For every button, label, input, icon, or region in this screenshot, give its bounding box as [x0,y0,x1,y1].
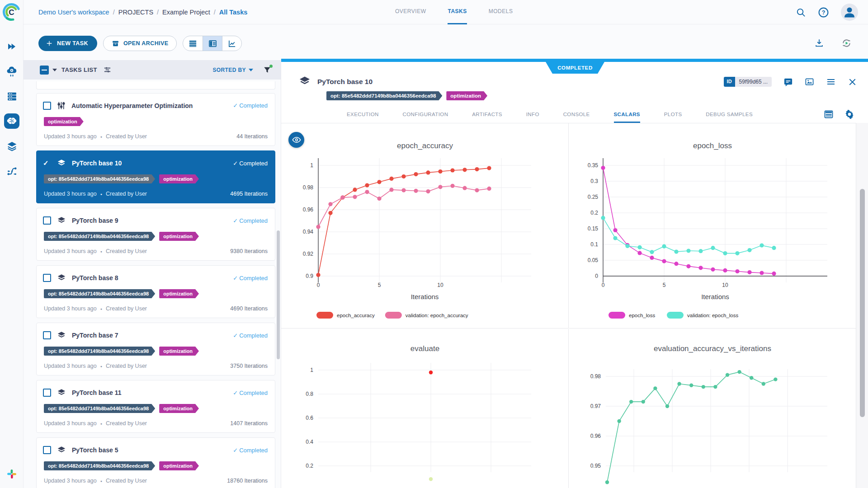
sidebar-item-apps-icon[interactable] [4,64,19,79]
detail-tab-configuration[interactable]: CONFIGURATION [403,108,448,123]
legend-item[interactable]: validation: epoch_accuracy [385,312,468,319]
sliders-icon [57,101,66,110]
sorted-by-dropdown[interactable]: SORTED BY [212,67,253,73]
svg-text:0.97: 0.97 [590,403,601,409]
task-tag[interactable]: optimization [159,404,199,413]
legend-item[interactable]: validation: epoch_loss [667,312,738,319]
detail-tab-console[interactable]: CONSOLE [563,108,590,123]
sidebar-item-workers-queues-icon[interactable] [4,89,19,104]
task-checkbox[interactable] [43,446,51,454]
task-checkbox[interactable] [43,331,51,339]
task-title: PyTorch base 10 [72,160,122,167]
metrics-table-icon[interactable] [824,109,834,119]
task-checkbox[interactable] [43,216,51,225]
detail-tab-scalars[interactable]: SCALARS [614,108,640,123]
avatar[interactable] [841,4,858,21]
task-tag[interactable]: optimization [159,289,199,298]
sidebar-item-datasets-icon[interactable] [4,138,19,154]
detail-tab-execution[interactable]: EXECUTION [347,108,379,123]
detail-tab-debug-samples[interactable]: DEBUG SAMPLES [706,108,753,123]
slack-icon[interactable] [7,469,17,479]
tasks-list: Automatic Hyperparameter Optimization ✓C… [36,81,275,488]
task-card[interactable]: PyTorch base 11 ✓Completed opt: 85e5482d… [36,380,275,433]
task-checkbox[interactable] [43,274,51,282]
breadcrumb-project[interactable]: Example Project [162,9,210,16]
task-tag[interactable]: opt: 85e5482ddd7149b8ba0446356eedca98 [44,289,155,298]
customize-list-icon[interactable] [104,66,111,74]
auto-refresh-icon[interactable] [841,38,852,48]
close-icon[interactable] [848,77,857,87]
breadcrumb-workspace[interactable]: Demo User's workspace [38,9,109,16]
svg-text:0: 0 [317,282,320,288]
svg-text:0.9: 0.9 [306,273,313,279]
breadcrumb: Demo User's workspace / PROJECTS / Examp… [38,0,247,24]
settings-gear-icon[interactable] [844,109,854,119]
task-card[interactable]: PyTorch base 7 ✓Completed opt: 85e5482dd… [36,323,275,375]
select-dropdown-caret-icon[interactable] [52,69,57,71]
download-icon[interactable] [814,38,824,48]
tasks-list-scrollbar[interactable] [277,230,280,359]
chart-cell-epoch-loss: epoch_loss0.350.30.250.20.150.10.0500510… [569,123,856,328]
tab-tasks[interactable]: TASKS [448,0,467,24]
split-view-icon[interactable] [203,36,222,51]
task-card-partial[interactable] [36,81,275,89]
svg-text:epoch_loss: epoch_loss [693,141,732,150]
task-tag[interactable]: optimization [159,461,199,470]
task-card[interactable]: PyTorch base 8 ✓Completed opt: 85e5482dd… [36,265,275,318]
task-card[interactable]: PyTorch base 5 ✓Completed opt: 85e5482dd… [36,437,275,488]
table-view-icon[interactable] [183,36,203,51]
detail-tab-plots[interactable]: PLOTS [664,108,682,123]
chart-cell-evaluation-accuracy: evaluation_accuracy_vs_iterations0.980.9… [569,329,856,488]
breadcrumb-projects[interactable]: PROJECTS [118,9,153,16]
new-task-button[interactable]: NEW TASK [38,36,97,51]
selected-check-icon[interactable]: ✓ [43,159,51,167]
clearml-logo-icon[interactable]: C [2,2,21,22]
task-type-icon [57,216,66,225]
task-tag[interactable]: opt: 85e5482ddd7149b8ba0446356eedca98 [326,91,442,100]
task-title: PyTorch base 8 [72,274,118,282]
tasks-list-title: TASKS LIST [61,66,97,73]
svg-text:10: 10 [437,282,443,288]
task-id-badge[interactable]: ID 59f99d65 ... [724,77,772,87]
detail-tab-info[interactable]: INFO [526,108,539,123]
detail-scrollbar[interactable] [860,189,865,417]
task-card[interactable]: Automatic Hyperparameter Optimization ✓C… [36,93,275,146]
task-tag[interactable]: opt: 85e5482ddd7149b8ba0446356eedca98 [44,404,155,413]
task-checkbox[interactable] [43,389,51,397]
svg-text:0.35: 0.35 [588,162,599,169]
task-tag[interactable]: opt: 85e5482ddd7149b8ba0446356eedca98 [44,174,155,183]
legend-item[interactable]: epoch_loss [609,312,655,319]
open-archive-button[interactable]: OPEN ARCHIVE [103,36,177,51]
svg-text:Iterations: Iterations [701,293,729,300]
task-tag[interactable]: opt: 85e5482ddd7149b8ba0446356eedca98 [44,232,155,241]
task-tag[interactable]: optimization [159,232,199,241]
select-all-checkbox[interactable] [40,66,49,75]
svg-text:0.96: 0.96 [590,433,601,439]
task-card[interactable]: PyTorch base 9 ✓Completed opt: 85e5482dd… [36,208,275,261]
hide-metrics-eye-icon[interactable] [288,132,304,148]
task-tag[interactable]: opt: 85e5482ddd7149b8ba0446356eedca98 [44,461,155,470]
filter-icon[interactable] [263,66,271,74]
image-icon[interactable] [805,77,814,87]
task-tag[interactable]: optimization [446,91,487,100]
task-tag[interactable]: optimization [159,347,199,356]
sidebar-item-projects-icon[interactable] [4,113,19,129]
menu-icon[interactable] [826,77,836,87]
svg-text:0.4: 0.4 [306,439,313,445]
sidebar-item-pipelines-icon[interactable] [4,163,19,178]
task-type-icon [57,388,66,398]
task-checkbox[interactable] [43,102,51,110]
help-icon[interactable]: ? [818,7,829,18]
task-tag[interactable]: optimization [159,174,199,183]
comment-icon[interactable] [783,77,793,87]
task-tag[interactable]: opt: 85e5482ddd7149b8ba0446356eedca98 [44,347,155,356]
search-icon[interactable] [796,7,806,18]
sidebar-expand-icon[interactable] [4,39,19,54]
chart-view-icon[interactable] [222,36,241,51]
tab-models[interactable]: MODELS [489,0,513,24]
legend-item[interactable]: epoch_accuracy [316,312,375,319]
task-card[interactable]: ✓ PyTorch base 10 ✓Completed opt: 85e548… [36,150,275,203]
tab-overview[interactable]: OVERVIEW [395,0,426,24]
detail-tab-artifacts[interactable]: ARTIFACTS [472,108,502,123]
task-tag[interactable]: optimization [44,117,84,126]
